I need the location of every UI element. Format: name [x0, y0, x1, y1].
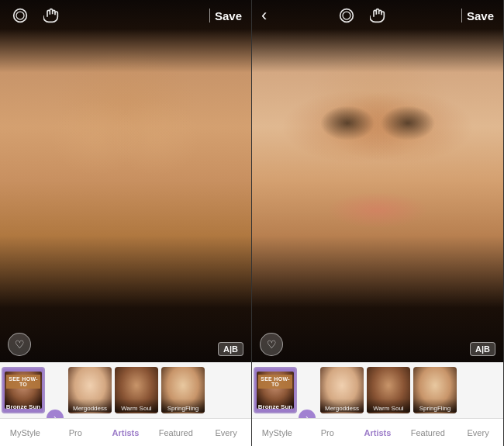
heart-icon-left: ♡: [15, 338, 25, 351]
tab-mystyle-left[interactable]: MyStyle: [0, 419, 50, 446]
mergoddess-label-left: Mergoddess: [68, 399, 112, 412]
right-face-image: [252, 0, 503, 362]
warm-soul-label-right: Warm Soul: [367, 399, 410, 412]
right-panel: ‹ Save: [252, 0, 504, 446]
carousel-item-warm-soul-left[interactable]: Warm Soul: [115, 367, 158, 413]
left-carousel: SEE HOW-TO Bronze Sun › Mergoddess Warm …: [0, 362, 251, 418]
save-button-left[interactable]: Save: [215, 9, 242, 22]
arrow-icon-left: ›: [54, 413, 57, 418]
left-top-bar: Save: [0, 0, 251, 31]
ab-button-right[interactable]: A|B: [470, 342, 495, 356]
tab-mystyle-right[interactable]: MyStyle: [252, 419, 302, 446]
arrow-icon-right: ›: [306, 413, 309, 418]
tab-artists-right[interactable]: Artists: [353, 419, 403, 446]
carousel-arrow-right[interactable]: ›: [299, 410, 316, 418]
left-face-image: [0, 0, 251, 362]
bronze-sun-label-left: Bronze Sun: [3, 403, 43, 410]
svg-point-0: [14, 9, 27, 22]
carousel-item-mergoddess-right[interactable]: Mergoddess: [320, 367, 364, 413]
tab-artists-left[interactable]: Artists: [101, 419, 151, 446]
carousel-item-bronze-sun-right[interactable]: SEE HOW-TO Bronze Sun: [254, 367, 297, 413]
right-face-area: ♡ A|B: [252, 0, 503, 362]
divider-left: [209, 9, 210, 22]
carousel-item-bronze-sun-left[interactable]: SEE HOW-TO Bronze Sun: [2, 367, 45, 413]
undo-icon-left[interactable]: [9, 5, 31, 26]
svg-point-1: [16, 12, 24, 19]
right-top-bar-icons: [336, 5, 388, 26]
right-tab-bar: MyStyle Pro Artists Featured Every: [252, 418, 503, 446]
back-icon-right: ‹: [261, 5, 267, 26]
heart-button-right[interactable]: ♡: [260, 333, 283, 356]
hand-icon-right[interactable]: [367, 5, 388, 26]
tab-every-right[interactable]: Every: [453, 419, 503, 446]
right-carousel: SEE HOW-TO Bronze Sun › Mergoddess Warm …: [252, 362, 503, 418]
ab-button-left[interactable]: A|B: [218, 342, 243, 356]
carousel-item-warm-soul-right[interactable]: Warm Soul: [367, 367, 410, 413]
see-how-to-badge-left: SEE HOW-TO: [6, 375, 40, 389]
carousel-arrow-left[interactable]: ›: [47, 410, 64, 418]
carousel-item-mergoddess-left[interactable]: Mergoddess: [68, 367, 112, 413]
carousel-item-spring-fling-right[interactable]: SpringFling: [413, 367, 457, 413]
tab-featured-right[interactable]: Featured: [402, 419, 453, 446]
left-face-area: ♡ A|B: [0, 0, 251, 362]
svg-point-2: [340, 9, 353, 22]
tab-every-left[interactable]: Every: [201, 419, 251, 446]
back-button-right[interactable]: ‹: [261, 5, 267, 26]
hand-icon-left[interactable]: [40, 5, 62, 26]
bronze-sun-label-right: Bronze Sun: [255, 403, 295, 410]
left-top-bar-left: [9, 5, 62, 26]
tab-pro-left[interactable]: Pro: [50, 419, 101, 446]
tab-featured-left[interactable]: Featured: [150, 419, 201, 446]
spring-fling-label-right: SpringFling: [413, 399, 457, 412]
heart-button-left[interactable]: ♡: [8, 333, 31, 356]
see-how-to-badge-right: SEE HOW-TO: [258, 375, 292, 389]
ab-label-left: A|B: [223, 344, 238, 354]
save-button-right[interactable]: Save: [467, 9, 494, 22]
left-panel: Save ♡ A|B SEE HOW-TO Bronze Sun ›: [0, 0, 252, 446]
left-top-bar-right: Save: [205, 9, 242, 22]
spring-fling-label-left: SpringFling: [161, 399, 205, 412]
right-top-bar: ‹ Save: [252, 0, 503, 31]
mergoddess-label-right: Mergoddess: [320, 399, 364, 412]
carousel-item-spring-fling-left[interactable]: SpringFling: [161, 367, 205, 413]
divider-right: [461, 9, 462, 22]
ab-label-right: A|B: [475, 344, 490, 354]
right-top-bar-right: Save: [457, 9, 494, 22]
highlight-overlay-right: [252, 0, 503, 362]
left-tab-bar: MyStyle Pro Artists Featured Every: [0, 418, 251, 446]
tab-pro-right[interactable]: Pro: [302, 419, 353, 446]
warm-soul-label-left: Warm Soul: [115, 399, 158, 412]
undo-icon-right[interactable]: [336, 5, 357, 26]
heart-icon-right: ♡: [267, 338, 277, 351]
svg-point-3: [343, 12, 350, 19]
